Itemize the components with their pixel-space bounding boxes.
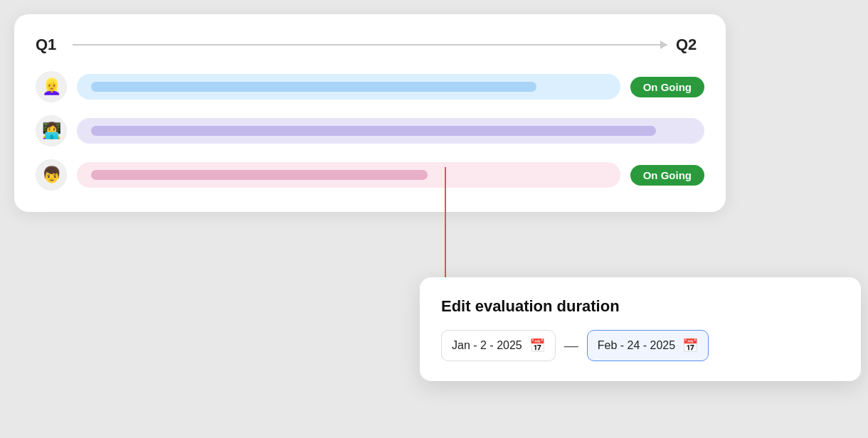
bar-container-2 [77,118,704,144]
gantt-row-2: 👩‍💻 [36,115,704,146]
end-date-text: Feb - 24 - 2025 [598,339,675,352]
gantt-row-3: 👦 On Going [36,159,704,191]
bar-inner-3 [91,170,428,180]
avatar-3: 👦 [36,159,67,191]
bar-container-1 [77,74,620,100]
gantt-rows: 👱‍♀️ On Going 👩‍💻 👦 On Going [36,71,704,191]
end-date-field[interactable]: Feb - 24 - 2025 📅 [587,330,709,361]
start-calendar-icon: 📅 [529,338,545,353]
avatar-2: 👩‍💻 [36,115,67,146]
edit-popup: Edit evaluation duration Jan - 2 - 2025 … [420,277,861,381]
start-date-text: Jan - 2 - 2025 [452,339,522,352]
avatar-1: 👱‍♀️ [36,71,67,102]
q1-label: Q1 [36,36,64,54]
bar-inner-1 [91,82,536,92]
bar-container-3 [77,162,620,188]
gantt-card: Q1 Q2 👱‍♀️ On Going 👩‍💻 👦 On Going [14,14,726,212]
status-badge-3[interactable]: On Going [630,165,704,186]
end-calendar-icon: 📅 [682,338,698,353]
bar-inner-2 [91,126,656,136]
timeline-arrow [73,44,667,46]
date-row: Jan - 2 - 2025 📅 — Feb - 24 - 2025 📅 [441,330,840,361]
vertical-line [445,167,446,295]
date-separator: — [564,338,578,354]
status-badge-1[interactable]: On Going [630,77,704,97]
q2-label: Q2 [676,36,704,54]
timeline-header: Q1 Q2 [36,36,704,54]
start-date-field[interactable]: Jan - 2 - 2025 📅 [441,330,556,361]
edit-title: Edit evaluation duration [441,297,840,316]
gantt-row-1: 👱‍♀️ On Going [36,71,704,102]
